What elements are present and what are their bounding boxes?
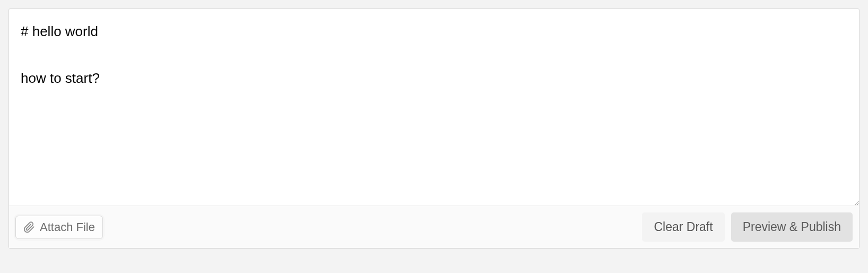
- clear-draft-label: Clear Draft: [654, 220, 713, 234]
- attach-file-button[interactable]: Attach File: [15, 216, 103, 239]
- editor-toolbar: Attach File Clear Draft Preview & Publis…: [9, 206, 859, 248]
- clear-draft-button[interactable]: Clear Draft: [642, 212, 724, 242]
- editor-container: Attach File Clear Draft Preview & Publis…: [8, 8, 860, 249]
- toolbar-right: Clear Draft Preview & Publish: [642, 212, 853, 242]
- preview-publish-label: Preview & Publish: [743, 220, 841, 234]
- toolbar-left: Attach File: [15, 216, 103, 239]
- editor-textarea[interactable]: [9, 9, 859, 206]
- attach-file-label: Attach File: [40, 220, 95, 234]
- paperclip-icon: [23, 221, 35, 233]
- preview-publish-button[interactable]: Preview & Publish: [731, 212, 853, 242]
